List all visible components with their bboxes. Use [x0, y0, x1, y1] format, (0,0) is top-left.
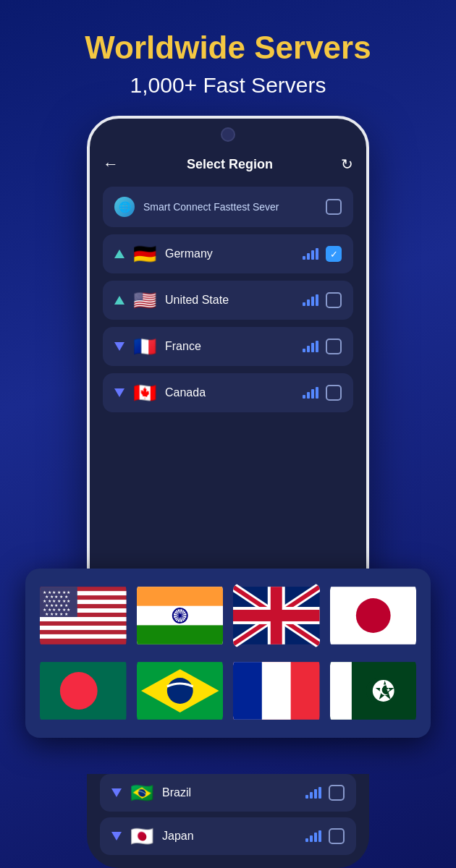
bar1: [303, 349, 305, 352]
svg-rect-35: [233, 610, 320, 621]
server-item-japan[interactable]: 🇯🇵 Japan: [100, 817, 356, 855]
flag-japan: 🇯🇵: [130, 827, 153, 846]
flag-usa: 🇺🇸: [133, 291, 156, 310]
bottom-items: 🇧🇷 Brazil 🇯🇵 Japan: [87, 774, 369, 868]
signal-japan: [305, 830, 321, 842]
triangle-up-icon: [114, 250, 124, 258]
svg-text:☪: ☪: [378, 682, 391, 698]
bar1: [303, 395, 305, 399]
bar3: [314, 789, 317, 799]
server-item-left-france: 🇫🇷 France: [114, 337, 303, 356]
bar4: [316, 248, 318, 260]
flag-france: 🇫🇷: [133, 337, 156, 356]
server-item-right-germany: ✓: [303, 246, 342, 262]
checkbox-usa[interactable]: [326, 292, 342, 308]
bar3: [314, 833, 317, 842]
svg-rect-15: [137, 587, 224, 605]
server-item-right-france: [303, 339, 342, 354]
server-name-germany: Germany: [165, 247, 213, 260]
globe-icon: 🌐: [114, 197, 135, 217]
checkbox-smart[interactable]: [326, 199, 342, 215]
server-name-canada: Canada: [165, 386, 206, 399]
svg-text:★ ★ ★ ★ ★: ★ ★ ★ ★ ★: [45, 612, 68, 616]
flags-row-1: ★ ★ ★ ★ ★ ★ ★ ★ ★ ★ ★ ★ ★ ★ ★ ★ ★ ★ ★ ★ …: [40, 583, 416, 648]
main-title: Worldwide Servers: [14, 29, 442, 67]
triangle-down-france-icon: [114, 342, 124, 351]
bar2: [310, 835, 313, 842]
bar3: [311, 250, 314, 260]
server-item-brazil[interactable]: 🇧🇷 Brazil: [100, 774, 356, 812]
flag-canada: 🇨🇦: [133, 383, 156, 402]
signal-canada: [303, 387, 318, 399]
bar1: [305, 838, 308, 842]
signal-france: [303, 341, 318, 352]
flag-cell-france[interactable]: [233, 658, 320, 723]
server-item-france[interactable]: 🇫🇷 France: [103, 327, 353, 366]
triangle-down-canada-icon: [114, 388, 124, 397]
flag-cell-uk[interactable]: [233, 583, 320, 648]
server-item-left: 🌐 Smart Connect Fasttest Sever: [114, 197, 326, 217]
flag-cell-us[interactable]: ★ ★ ★ ★ ★ ★ ★ ★ ★ ★ ★ ★ ★ ★ ★ ★ ★ ★ ★ ★ …: [40, 583, 127, 648]
bar2: [307, 299, 310, 306]
server-item-right-brazil: [305, 785, 345, 801]
triangle-down-brazil-icon: [111, 788, 122, 797]
signal-usa: [303, 294, 318, 306]
checkbox-brazil[interactable]: [329, 785, 345, 801]
bar4: [316, 387, 318, 399]
flag-cell-brazil[interactable]: [137, 658, 224, 723]
checkbox-canada[interactable]: [326, 385, 342, 401]
server-list: 🌐 Smart Connect Fasttest Sever 🇩🇪 German…: [103, 187, 353, 412]
checkbox-japan[interactable]: [329, 828, 345, 844]
server-name-brazil: Brazil: [162, 786, 191, 799]
flag-cell-pakistan[interactable]: ☪: [330, 658, 417, 723]
server-item-right-canada: [303, 385, 342, 401]
header-section: Worldwide Servers 1,000+ Fast Servers: [0, 0, 456, 112]
bar3: [311, 343, 314, 352]
server-item-right-usa: [303, 292, 342, 308]
checkbox-germany[interactable]: ✓: [326, 246, 342, 262]
back-button[interactable]: ←: [103, 155, 119, 174]
server-item-left-usa: 🇺🇸 United State: [114, 291, 303, 310]
flag-germany: 🇩🇪: [133, 244, 156, 263]
svg-rect-47: [330, 662, 352, 720]
bar4: [316, 341, 318, 352]
screen-title: Select Region: [187, 157, 273, 172]
server-item-usa[interactable]: 🇺🇸 United State: [103, 281, 353, 320]
svg-point-37: [355, 598, 390, 633]
server-name-usa: United State: [165, 294, 229, 307]
svg-rect-5: [40, 626, 127, 630]
flag-cell-japan[interactable]: [330, 583, 417, 648]
phone-notch: [221, 127, 235, 142]
svg-rect-16: [137, 625, 224, 644]
bar2: [310, 792, 313, 799]
server-name-france: France: [165, 340, 201, 353]
server-item-canada[interactable]: 🇨🇦 Canada: [103, 373, 353, 412]
server-name-japan: Japan: [162, 830, 194, 843]
subtitle: 1,000+ Fast Servers: [14, 73, 442, 98]
flags-row-2: ☪: [40, 658, 416, 723]
server-item-germany[interactable]: 🇩🇪 Germany ✓: [103, 234, 353, 273]
svg-point-42: [166, 678, 193, 704]
bar3: [311, 297, 314, 306]
bar2: [307, 253, 310, 260]
server-item-left-brazil: 🇧🇷 Brazil: [111, 783, 305, 802]
bar2: [307, 392, 310, 399]
flag-cell-bangladesh[interactable]: [40, 658, 127, 723]
svg-rect-6: [40, 634, 127, 639]
flag-cell-india[interactable]: [137, 583, 224, 648]
bar1: [303, 256, 305, 260]
signal-brazil: [305, 787, 321, 799]
checkbox-france[interactable]: [326, 339, 342, 354]
flag-brazil: 🇧🇷: [130, 783, 153, 802]
signal-germany: [303, 248, 318, 260]
server-item-right-japan: [305, 828, 345, 844]
refresh-button[interactable]: ↻: [341, 156, 353, 173]
server-item-left-canada: 🇨🇦 Canada: [114, 383, 303, 402]
server-item-smart[interactable]: 🌐 Smart Connect Fasttest Sever: [103, 187, 353, 227]
svg-rect-45: [233, 662, 262, 720]
bar4: [318, 787, 321, 799]
triangle-down-japan-icon: [111, 832, 122, 841]
svg-rect-4: [40, 617, 127, 621]
bar1: [305, 795, 308, 799]
bar1: [303, 302, 305, 306]
